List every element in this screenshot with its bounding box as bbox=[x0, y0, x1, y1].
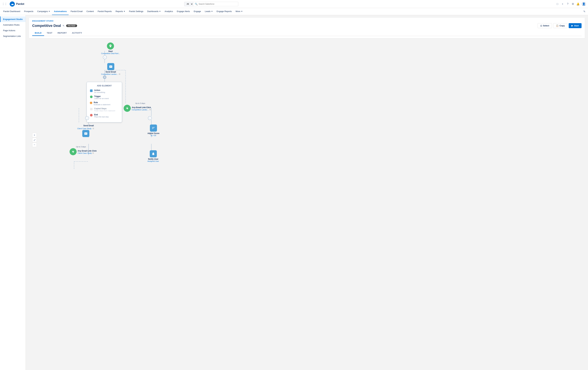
plus-icon[interactable]: + bbox=[561, 2, 564, 6]
help-icon[interactable]: ? bbox=[566, 2, 569, 6]
trigger1-content: Any Email Link Click Competitive Landsc.… bbox=[124, 105, 151, 112]
bell-icon[interactable]: 🔔 bbox=[577, 2, 580, 6]
trigger-dot bbox=[90, 96, 93, 98]
flow-container: Start Competitive Deal Nurt... + Send Em… bbox=[29, 41, 585, 153]
end-text: End Place the last step bbox=[94, 114, 109, 118]
rule-text: Rule Evaluate a statement bbox=[94, 101, 110, 106]
trigger2-labels: Any Email Link Click Client Case Study ⚙ bbox=[78, 149, 97, 154]
nav-leads[interactable]: Leads ▼ bbox=[203, 8, 215, 15]
nav-automations[interactable]: Automations bbox=[52, 8, 69, 15]
chevron-down-icon: ▼ bbox=[48, 10, 50, 12]
chevron-down-icon: ▼ bbox=[211, 10, 213, 12]
zoom-controls: + ⤢ − bbox=[32, 133, 37, 147]
trigger-text: Trigger Listen for an event bbox=[94, 95, 109, 100]
nav-pardot-email[interactable]: Pardot Email bbox=[69, 8, 84, 15]
nav-more[interactable]: More ▼ bbox=[234, 8, 245, 15]
user-avatar[interactable]: 👤 bbox=[582, 2, 586, 6]
email-icon-1 bbox=[107, 63, 114, 70]
add-element-title: ADD ELEMENT bbox=[90, 85, 119, 87]
notify-user-node[interactable]: Notify User Assigned User bbox=[147, 150, 159, 162]
trigger2-settings-icon[interactable]: ⚙ bbox=[92, 152, 94, 154]
canvas-area: Start Competitive Deal Nurt... + Send Em… bbox=[29, 41, 585, 153]
nav-reports[interactable]: Reports ▼ bbox=[114, 8, 127, 15]
copy-icon: 📋 bbox=[556, 24, 558, 27]
adjust-score-node[interactable]: Adjust Score by +20 bbox=[147, 125, 159, 136]
play-icon: ▶ bbox=[571, 24, 573, 27]
nav-campaigns[interactable]: Campaigns ▼ bbox=[35, 8, 52, 15]
tab-report[interactable]: REPORT bbox=[55, 30, 69, 36]
tab-test[interactable]: TEST bbox=[44, 30, 55, 36]
nav-pardot-reports[interactable]: Pardot Reports bbox=[96, 8, 114, 15]
trigger1-icon[interactable] bbox=[124, 105, 131, 112]
page-header-row: Competitive Deal ✎ PAUSED ◻ Select 📋 Cop… bbox=[32, 23, 582, 28]
settings-icon[interactable]: ⚙ bbox=[571, 2, 575, 6]
start-sublabel: Competitive Deal Nurt... bbox=[101, 52, 120, 54]
action-dot bbox=[90, 90, 93, 92]
nav-dashboards[interactable]: Dashboards ▼ bbox=[145, 8, 163, 15]
settings-node-icon[interactable]: ⚙ bbox=[119, 73, 120, 75]
grid-apps-icon[interactable]: □ bbox=[556, 2, 559, 6]
nav-prospects[interactable]: Prospects bbox=[22, 8, 35, 15]
content-area: ENGAGEMENT STUDIO Competitive Deal ✎ PAU… bbox=[26, 15, 588, 370]
search-input[interactable] bbox=[199, 3, 237, 5]
search-type-select[interactable]: All bbox=[184, 2, 193, 6]
trigger2-content: Any Email Link Click Client Case Study ⚙ bbox=[70, 148, 97, 155]
copy-button[interactable]: 📋 Copy bbox=[553, 23, 567, 28]
sidebar-item-segmentation-lists[interactable]: Segmentation Lists bbox=[0, 33, 26, 39]
page-title-edit-icon[interactable]: ✎ bbox=[63, 24, 64, 27]
trigger1-up-to-label: Up to 3 days bbox=[135, 102, 145, 104]
sidebar-item-engagement-studio[interactable]: Engagement Studio bbox=[0, 16, 26, 22]
salesforce-logo[interactable]: ☁ bbox=[10, 1, 15, 7]
add-element-action[interactable]: Action Do something bbox=[90, 89, 119, 93]
send-email-2-settings-icon[interactable]: ⚙ bbox=[92, 127, 94, 130]
nav-content[interactable]: Content bbox=[84, 8, 96, 15]
send-email-node-2[interactable]: Send Email Client Case Study ⚙ bbox=[77, 125, 94, 137]
sidebar-item-page-actions[interactable]: Page Actions bbox=[0, 28, 26, 33]
trigger2-icon[interactable] bbox=[70, 148, 77, 155]
notify-user-sublabel: Assigned User bbox=[147, 160, 159, 162]
send-email-node-1[interactable]: Send Email Competitive Landsc... ⚙ bbox=[101, 63, 120, 75]
tabs: BUILD TEST REPORT ACTIVITY bbox=[32, 30, 582, 36]
grid-icon[interactable]: ⋮⋮ bbox=[2, 2, 7, 5]
tab-build[interactable]: BUILD bbox=[32, 30, 44, 36]
edit-nav-icon[interactable]: ✎ bbox=[583, 10, 585, 13]
send-email-label-1: Send Email bbox=[106, 71, 116, 73]
copied-dot: 📋 bbox=[90, 108, 93, 110]
start-node[interactable]: Start Competitive Deal Nurt... bbox=[101, 42, 120, 54]
plus-connector-1[interactable]: + bbox=[103, 55, 107, 59]
add-element-end[interactable]: End Place the last step bbox=[90, 114, 119, 118]
trigger-node-2-area: Up to 3 days Any Email Link Click Client… bbox=[70, 145, 97, 155]
add-element-copied[interactable]: 📋 Copied Steps Paste steps from clipboar… bbox=[90, 108, 119, 112]
search-icon: 🔍 bbox=[195, 3, 198, 5]
nav-analytics[interactable]: Analytics bbox=[163, 8, 175, 15]
tab-activity[interactable]: ACTIVITY bbox=[69, 30, 85, 36]
search-input-wrap: 🔍 bbox=[193, 2, 238, 6]
nav-icons: □ + ? ⚙ 🔔 👤 bbox=[556, 2, 586, 6]
nav-pardot-settings[interactable]: Pardot Settings bbox=[127, 8, 145, 15]
paused-badge: PAUSED bbox=[66, 24, 77, 27]
add-element-box: ADD ELEMENT Action Do something Trigger … bbox=[87, 82, 122, 122]
adjust-score-icon bbox=[150, 125, 157, 132]
sidebar-item-automation-rules[interactable]: Automation Rules bbox=[0, 22, 26, 28]
close-add-element-button[interactable]: ✕ bbox=[103, 75, 106, 79]
nav-engage-reports[interactable]: Engage Reports bbox=[215, 8, 234, 15]
plus-connector-send-email-2[interactable]: + bbox=[85, 116, 89, 120]
nav-engage[interactable]: Engage bbox=[192, 8, 203, 15]
zoom-fit-button[interactable]: ⤢ bbox=[32, 138, 37, 142]
nav-pardot-dashboard[interactable]: Pardot Dashboard bbox=[1, 8, 22, 15]
start-button[interactable]: ▶ Start bbox=[569, 23, 582, 28]
notify-user-label: Notify User bbox=[148, 158, 158, 160]
add-element-rule[interactable]: Rule Evaluate a statement bbox=[90, 101, 119, 106]
plus-connector-adjust-score[interactable]: + bbox=[148, 116, 152, 120]
zoom-out-button[interactable]: − bbox=[32, 142, 37, 147]
main-layout: Engagement Studio Automation Rules Page … bbox=[0, 15, 588, 370]
trigger1-settings-icon[interactable]: ⚙ bbox=[149, 109, 151, 111]
breadcrumb: ENGAGEMENT STUDIO bbox=[32, 20, 582, 22]
select-button[interactable]: ◻ Select bbox=[538, 23, 552, 28]
add-element-trigger[interactable]: Trigger Listen for an event bbox=[90, 95, 119, 100]
start-label: Start bbox=[108, 50, 113, 52]
action-text: Action Do something bbox=[94, 89, 105, 93]
zoom-in-button[interactable]: + bbox=[32, 133, 37, 137]
nav-engage-alerts[interactable]: Engage Alerts bbox=[175, 8, 192, 15]
adjust-score-label: Adjust Score bbox=[147, 132, 159, 134]
